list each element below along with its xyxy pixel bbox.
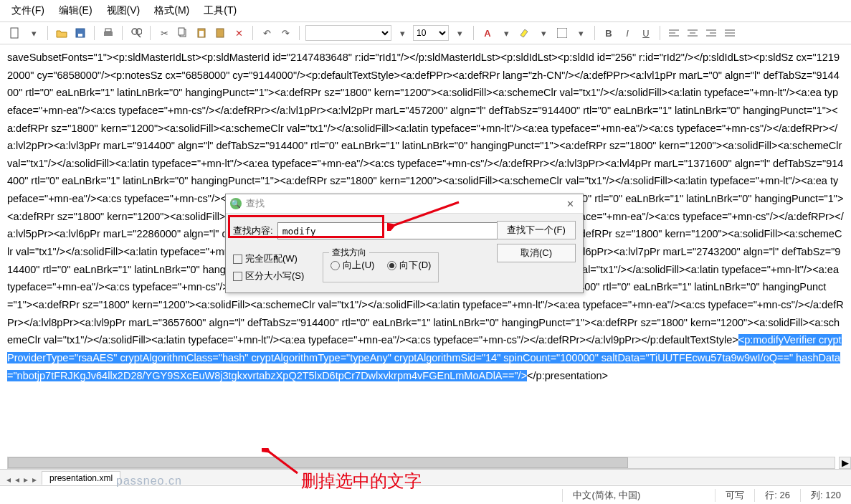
tab-prev-icon[interactable]: ◂ [13,475,22,485]
match-whole-checkbox[interactable]: 完全匹配(W) [233,252,304,265]
find-dialog-title: 查找 [246,197,562,210]
delete-icon[interactable]: ✕ [231,25,247,41]
separator [122,26,123,40]
paste-special-icon[interactable] [212,25,228,41]
find-direction-down-radio[interactable]: 向下(D) [387,259,431,272]
svg-rect-13 [557,28,567,38]
find-direction-up-radio[interactable]: 向上(U) [331,259,374,272]
radio-icon [387,261,396,270]
find-content-label: 查找内容: [233,224,273,237]
horizontal-scrollbar-thumb[interactable] [8,457,628,468]
separator [252,26,253,40]
separator [47,26,48,40]
menu-file[interactable]: 文件(F) [4,3,52,19]
text-post-selection[interactable]: </p:presentation> [527,370,608,381]
svg-rect-0 [11,28,18,38]
svg-rect-3 [104,32,113,36]
align-justify-icon[interactable] [722,25,738,41]
match-case-checkbox[interactable]: 区分大小写(S) [233,270,304,282]
menubar: 文件(F) 编辑(E) 视图(V) 格式(M) 工具(T) [0,0,851,22]
undo-icon[interactable]: ↶ [259,25,275,41]
highlight-icon[interactable] [517,25,533,41]
fontcolor-icon[interactable]: A [480,25,495,41]
copy-icon[interactable] [175,25,191,41]
fontname-dropdown-icon[interactable]: ▾ [394,25,410,41]
status-edit-mode: 可写 [715,489,754,502]
tabbar: ◂ ◂ ▸ ▸ presentation.xml [0,469,851,485]
fontcolor-dropdown-icon[interactable]: ▾ [498,25,514,41]
new-folder-icon[interactable]: ▾ [26,25,42,41]
new-file-icon[interactable] [7,25,23,41]
checkbox-icon [233,255,242,264]
status-column: 列: 120 [800,489,851,502]
status-line: 行: 26 [754,489,800,502]
svg-rect-9 [179,28,184,35]
separator [473,26,474,40]
tab-next-icon[interactable]: ▸ [22,475,30,485]
bgcolor-icon[interactable] [554,25,570,41]
fontsize-select[interactable]: 10 [413,25,449,41]
tab-first-icon[interactable]: ◂ [4,475,13,485]
svg-rect-12 [217,29,224,37]
align-center-icon[interactable] [685,25,700,41]
cut-icon[interactable]: ✂ [156,25,172,41]
menu-view[interactable]: 视图(V) [100,3,148,19]
separator [660,26,660,40]
svg-point-7 [136,29,142,34]
align-right-icon[interactable] [703,25,719,41]
horizontal-scrollbar-track[interactable] [7,457,835,469]
status-language: 中文(简体, 中国) [562,489,650,502]
svg-rect-2 [78,34,82,37]
svg-rect-11 [199,31,204,37]
find-next-button[interactable]: 查找下一个(F) [497,221,576,239]
menu-format[interactable]: 格式(M) [147,3,196,19]
tab-last-icon[interactable]: ▸ [30,475,39,485]
open-icon[interactable] [54,25,70,41]
separator [150,26,151,40]
find-dialog: 🔍 查找 ✕ 查找内容: ▾ 查找下一个(F) 取消(C) 完全匹配(W) 区分… [225,194,584,293]
menu-edit[interactable]: 编辑(E) [52,3,100,19]
find-dialog-icon: 🔍 [230,198,242,209]
find-direction-label: 查找方向 [329,247,369,259]
close-icon[interactable]: ✕ [562,199,579,209]
menu-tools[interactable]: 工具(T) [196,3,244,19]
paste-icon[interactable] [194,25,209,41]
separator [94,26,95,40]
separator [299,26,300,40]
redo-icon[interactable]: ↷ [277,25,293,41]
fontname-select[interactable] [305,25,391,41]
bgcolor-dropdown-icon[interactable]: ▾ [573,25,589,41]
separator [594,26,595,40]
statusbar: 中文(简体, 中国) 可写 行: 26 列: 120 [0,485,851,504]
find-dialog-titlebar[interactable]: 🔍 查找 ✕ [226,194,583,214]
checkbox-icon [233,272,242,281]
fontsize-dropdown-icon[interactable]: ▾ [452,25,467,41]
bold-icon[interactable]: B [601,25,617,41]
scroll-right-button[interactable]: ▶ [839,457,851,469]
radio-icon [331,261,340,270]
svg-rect-4 [105,29,111,32]
highlight-dropdown-icon[interactable]: ▾ [536,25,551,41]
italic-icon[interactable]: I [619,25,635,41]
toolbar: ▾ ✂ ✕ ↶ ↷ ▾ 10 ▾ A ▾ ▾ ▾ B I U [0,22,851,44]
find-direction-group: 查找方向 向上(U) 向下(D) [323,252,439,282]
editor-tab[interactable]: presentation.xml [42,471,120,485]
cancel-button[interactable]: 取消(C) [497,244,576,262]
align-left-icon[interactable] [666,25,682,41]
find-icon[interactable] [128,25,144,41]
save-icon[interactable] [72,25,88,41]
underline-icon[interactable]: U [638,25,654,41]
print-icon[interactable] [100,25,116,41]
